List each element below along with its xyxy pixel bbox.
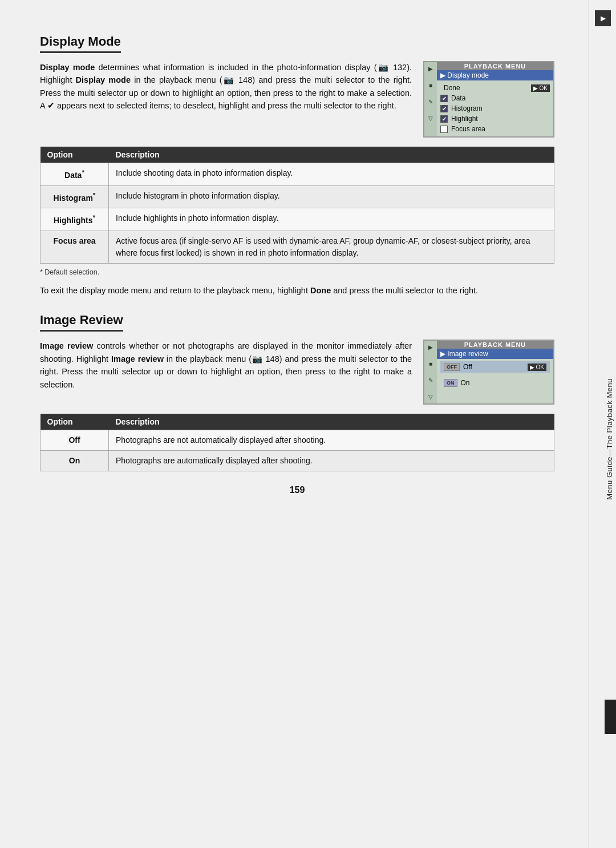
exit-text: To exit the display mode menu and return…	[40, 284, 554, 297]
image-review-header-row: Option Description	[40, 414, 554, 430]
lcd-off-label: Off	[463, 363, 472, 371]
sidebar-black-tab	[605, 700, 616, 734]
display-mode-section: Display Mode Display mode determines wha…	[40, 34, 554, 297]
lcd-icon-cam: ■	[429, 82, 432, 88]
lcd-data-label: Data	[451, 94, 465, 102]
footnote-1: * Default selection.	[40, 268, 554, 276]
exit-text-1: To exit the display mode menu and return…	[40, 286, 310, 295]
lcd-spacer	[440, 373, 550, 377]
display-mode-pageref1: 132	[393, 63, 407, 72]
image-review-icon: 📷	[252, 354, 263, 364]
image-review-ref: 148	[266, 354, 279, 364]
image-review-bold2: Image review	[111, 354, 164, 364]
desc-histogram: Include histogram in photo information d…	[109, 185, 554, 208]
table-row: Data* Include shooting data in photo inf…	[40, 163, 554, 186]
option-focusarea: Focus area	[40, 231, 109, 263]
table-row: Off Photographs are not automatically di…	[40, 430, 554, 451]
lcd-cb-highlight: ✔	[440, 115, 448, 123]
col-header-desc-1: Description	[109, 147, 554, 163]
lcd-on-label: On	[461, 379, 470, 387]
desc-data: Include shooting data in photo informati…	[109, 163, 554, 186]
sidebar-icons: ▶	[595, 10, 611, 26]
col-header-desc-2: Description	[109, 414, 554, 430]
option-data: Data*	[40, 163, 109, 186]
lcd-off-badge: OFF	[444, 363, 460, 371]
col-header-option-1: Option	[40, 147, 109, 163]
lcd-highlight-label: Highlight	[451, 115, 478, 123]
desc-on: Photographs are automatically displayed …	[109, 451, 554, 471]
display-mode-table: Option Description Data* Include shootin…	[40, 147, 554, 264]
display-mode-icon1: 📷	[377, 63, 390, 72]
exit-text-2: and press the multi selector to the righ…	[331, 286, 478, 295]
option-on: On	[40, 451, 109, 471]
option-histogram: Histogram*	[40, 185, 109, 208]
lcd-body-1: Done ▶ OK ✔ Data ✔	[437, 80, 553, 136]
exit-bold: Done	[310, 286, 331, 295]
table-row: Highlights* Include highlights in photo …	[40, 208, 554, 231]
lcd-left-icons-1: ▶ ■ ✎ ▽	[424, 62, 437, 136]
display-mode-text: Display mode determines what information…	[40, 61, 412, 138]
lcd-icon-tri: ▽	[428, 115, 433, 122]
table-row: On Photographs are automatically display…	[40, 451, 554, 471]
lcd-icon-play: ▶	[428, 66, 433, 72]
lcd-ok-btn-2: ▶ OK	[528, 364, 546, 371]
lcd-icon-play-2: ▶	[428, 344, 433, 350]
image-review-content-row: Image review controls whether or not pho…	[40, 340, 554, 405]
lcd-row-done: Done ▶ OK	[440, 83, 550, 93]
display-mode-title: Display Mode	[40, 34, 121, 53]
image-review-text2: in the playback menu (	[164, 354, 252, 364]
lcd-ok-btn: ▶ OK	[531, 84, 550, 92]
image-review-bold1: Image review	[40, 341, 93, 350]
lcd-body-2: OFF Off ▶ OK ON On	[437, 359, 553, 391]
table-row: Focus area Active focus area (if single-…	[40, 231, 554, 263]
page: Display Mode Display mode determines wha…	[0, 0, 616, 848]
lcd-icon-tri-2: ▽	[428, 394, 433, 400]
lcd-title-2: Playback Menu	[437, 341, 553, 349]
lcd-main-1: Playback Menu ▶ Display mode Done ▶ OK	[437, 62, 553, 136]
display-mode-table-head: Option Description	[40, 147, 554, 163]
lcd-row-data: ✔ Data	[440, 93, 550, 103]
image-review-table-body: Off Photographs are not automatically di…	[40, 430, 554, 471]
lcd-focusarea-label: Focus area	[451, 125, 485, 133]
lcd-cb-focusarea	[440, 126, 448, 133]
lcd-row-off: OFF Off ▶ OK	[440, 361, 550, 373]
display-mode-content-row: Display mode determines what information…	[40, 61, 554, 138]
lcd-histogram-label: Histogram	[451, 104, 483, 112]
lcd-row-focusarea: Focus area	[440, 124, 550, 134]
sidebar-icon-play: ▶	[595, 10, 611, 26]
lcd-menuitem-label-2: Image review	[447, 350, 488, 358]
lcd-left-icons-2: ▶ ■ ✎ ▽	[424, 341, 437, 403]
display-mode-icon2: 📷	[222, 75, 235, 84]
image-review-intro: Image review controls whether or not pho…	[40, 340, 412, 391]
lcd-outer-2: ▶ ■ ✎ ▽ Playback Menu ▶ Image review	[423, 340, 554, 405]
page-number: 159	[40, 485, 554, 495]
lcd-icon-pencil-2: ✎	[428, 377, 433, 383]
display-mode-lcd: ▶ ■ ✎ ▽ Playback Menu ▶ Display mode	[423, 61, 554, 138]
display-mode-text1: determines what information is included …	[95, 63, 376, 72]
image-review-table-head: Option Description	[40, 414, 554, 430]
desc-focusarea: Active focus area (if single-servo AF is…	[109, 231, 554, 263]
image-review-text: Image review controls whether or not pho…	[40, 340, 412, 405]
desc-off: Photographs are not automatically displa…	[109, 430, 554, 451]
lcd-row-histogram: ✔ Histogram	[440, 103, 550, 114]
lcd-menuitem-1: ▶ Display mode	[437, 70, 553, 80]
display-mode-bold1: Display mode	[40, 63, 95, 72]
display-mode-pageref2: 148	[238, 75, 252, 84]
lcd-done-label: Done	[444, 84, 531, 92]
image-review-title: Image Review	[40, 313, 123, 332]
desc-highlights: Include highlights in photo information …	[109, 208, 554, 231]
lcd-title-1: Playback Menu	[437, 62, 553, 70]
option-off: Off	[40, 430, 109, 451]
main-content: Display Mode Display mode determines wha…	[0, 0, 589, 848]
right-sidebar: ▶ Menu Guide—The Playback Menu	[589, 0, 616, 848]
lcd-menuitem-label-1: Display mode	[447, 71, 489, 79]
lcd-icon-pencil: ✎	[428, 99, 433, 105]
image-review-section: Image Review Image review controls wheth…	[40, 313, 554, 471]
lcd-cb-data: ✔	[440, 95, 448, 102]
option-highlights: Highlights*	[40, 208, 109, 231]
lcd-row-on: ON On	[440, 377, 550, 389]
display-mode-text3: in the playback menu (	[131, 75, 222, 84]
image-review-lcd: ▶ ■ ✎ ▽ Playback Menu ▶ Image review	[423, 340, 554, 405]
display-mode-table-body: Data* Include shooting data in photo inf…	[40, 163, 554, 264]
lcd-row-highlight: ✔ Highlight	[440, 114, 550, 124]
